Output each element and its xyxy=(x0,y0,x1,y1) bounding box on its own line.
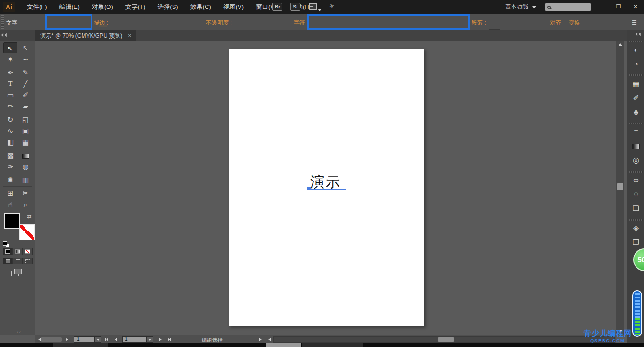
scroll-segment[interactable] xyxy=(41,337,62,342)
search-input[interactable] xyxy=(545,3,591,11)
tab-close-icon[interactable]: × xyxy=(128,33,131,39)
artboard[interactable]: 演示 xyxy=(229,49,424,326)
brushes-panel-icon[interactable]: ✐ xyxy=(627,91,644,105)
symbols-panel-icon[interactable]: ♣ xyxy=(627,106,644,119)
stroke-label[interactable]: 描边 : xyxy=(94,19,108,27)
artboard-navigation-field[interactable]: 1 xyxy=(122,336,147,343)
transparency-panel-icon[interactable]: ◎ xyxy=(627,154,644,167)
control-panel-menu-icon[interactable]: ☰ xyxy=(632,19,637,26)
appearance-panel-icon[interactable]: ◌ xyxy=(627,188,644,201)
eyedropper-tool[interactable]: ✑ xyxy=(3,161,17,172)
line-segment-tool[interactable]: ╱ xyxy=(18,78,33,89)
layers-panel-icon[interactable]: ◈ xyxy=(627,222,644,235)
menu-select[interactable]: 选择(S) xyxy=(151,0,184,14)
zoom-level-field[interactable]: 1 xyxy=(74,336,95,343)
gradient-mode-button[interactable] xyxy=(13,248,23,255)
scale-tool[interactable]: ◱ xyxy=(18,114,33,125)
pen-tool[interactable]: ✒ xyxy=(3,67,17,78)
paintbrush-tool[interactable]: ✐ xyxy=(18,90,33,100)
last-artboard-button[interactable] xyxy=(165,336,172,343)
blend-tool[interactable]: ◍ xyxy=(18,161,33,172)
stroke-color-proxy[interactable] xyxy=(19,224,35,240)
hand-tool[interactable]: ☝ xyxy=(3,199,17,210)
first-artboard-button[interactable] xyxy=(104,336,111,343)
type-tool[interactable]: T xyxy=(3,78,17,89)
vertical-scrollbar[interactable] xyxy=(616,41,624,335)
selection-tool[interactable]: ↖ xyxy=(3,42,17,53)
none-mode-button[interactable] xyxy=(23,248,33,255)
artboards-panel-icon[interactable]: ❐ xyxy=(627,236,644,249)
toolbar-collapse-dots[interactable]: ‹‹ xyxy=(17,330,22,335)
document-tab[interactable]: 演示* @ 70% (CMYK/GPU 预览) × xyxy=(35,30,136,41)
menu-view[interactable]: 视图(V) xyxy=(217,0,250,14)
lasso-tool[interactable]: ∽ xyxy=(18,54,33,65)
next-artboard-button[interactable] xyxy=(157,336,164,343)
align-panel-label[interactable]: 对齐 xyxy=(550,19,561,27)
direct-selection-tool[interactable]: ↖ xyxy=(18,42,33,53)
dock-gripper[interactable] xyxy=(629,74,643,76)
magic-wand-tool[interactable]: ✶ xyxy=(3,54,17,65)
status-popup-icon[interactable] xyxy=(257,336,264,343)
canvas-pasteboard[interactable]: 演示 xyxy=(35,41,616,335)
shape-builder-tool[interactable]: ◧ xyxy=(3,137,17,148)
menu-type[interactable]: 文字(T) xyxy=(119,0,152,14)
gradient-tool[interactable] xyxy=(18,150,33,161)
color-panel-icon[interactable]: ◐ xyxy=(627,43,644,57)
draw-behind-button[interactable] xyxy=(13,258,23,264)
vertical-scrollbar-thumb[interactable] xyxy=(617,183,623,190)
scroll-up-button[interactable] xyxy=(616,41,624,48)
workspace-switcher[interactable]: 基本功能 xyxy=(505,0,537,14)
symbol-sprayer-tool[interactable]: ✺ xyxy=(3,174,17,185)
panel-gripper[interactable] xyxy=(1,15,4,29)
dock-gripper[interactable] xyxy=(629,123,643,124)
arrange-documents-button[interactable] xyxy=(309,3,322,10)
menu-edit[interactable]: 编辑(E) xyxy=(53,0,86,14)
perspective-grid-tool[interactable]: ▦ xyxy=(18,137,33,148)
expand-panels-icon[interactable] xyxy=(636,33,642,35)
curvature-tool[interactable]: ✎ xyxy=(18,67,33,78)
gradient-panel-icon[interactable] xyxy=(627,140,644,153)
slice-tool[interactable]: ✂ xyxy=(18,188,33,198)
color-guide-panel-icon[interactable]: ◔ xyxy=(627,58,644,71)
previous-artboard-button[interactable] xyxy=(113,336,119,343)
width-tool[interactable]: ∿ xyxy=(3,125,17,136)
asset-export-panel-icon[interactable]: ❏ xyxy=(627,202,644,215)
restore-button[interactable]: ❐ xyxy=(610,0,627,14)
zoom-level-dropdown[interactable] xyxy=(95,336,101,343)
close-button[interactable]: ✕ xyxy=(627,0,644,14)
artboard-tool[interactable]: ⊞ xyxy=(3,188,17,198)
dock-gripper[interactable] xyxy=(629,219,643,221)
opacity-label[interactable]: 不透明度 : xyxy=(206,19,232,27)
swap-fill-stroke-icon[interactable]: ⇄ xyxy=(27,214,31,220)
mesh-tool[interactable]: ▩ xyxy=(3,150,17,161)
fill-color-proxy[interactable] xyxy=(4,213,20,229)
dock-gripper[interactable] xyxy=(629,41,643,42)
menu-object[interactable]: 对象(O) xyxy=(86,0,119,14)
draw-normal-button[interactable] xyxy=(3,258,13,264)
artboard-navigation-dropdown[interactable] xyxy=(147,336,153,343)
cc-libraries-panel-icon[interactable]: ∞ xyxy=(627,174,644,187)
transform-panel-label[interactable]: 变换 xyxy=(569,19,580,27)
draw-inside-button[interactable] xyxy=(23,258,33,264)
column-graph-tool[interactable]: ▥ xyxy=(18,174,33,185)
horizontal-scrollbar[interactable] xyxy=(273,336,615,343)
zoom-tool[interactable]: ⌕ xyxy=(18,199,33,210)
bridge-button[interactable]: Br xyxy=(272,3,282,11)
menu-effect[interactable]: 效果(C) xyxy=(184,0,217,14)
minimize-button[interactable]: – xyxy=(593,0,610,14)
menu-file[interactable]: 文件(F) xyxy=(21,0,53,14)
scroll-right-icon[interactable] xyxy=(64,336,70,343)
stock-button[interactable]: St xyxy=(290,3,300,11)
rectangle-tool[interactable]: ▭ xyxy=(3,90,17,100)
hscroll-left-icon[interactable] xyxy=(266,336,273,343)
default-fill-stroke-icon[interactable] xyxy=(3,241,10,248)
screen-mode-button[interactable] xyxy=(11,269,24,278)
stroke-panel-icon[interactable]: ≡ xyxy=(627,125,644,139)
tab-overflow-icon[interactable] xyxy=(2,34,8,36)
dock-gripper[interactable] xyxy=(629,171,643,173)
color-mode-button[interactable] xyxy=(3,248,13,255)
swatches-panel-icon[interactable]: ▦ xyxy=(627,77,644,91)
text-anchor-point[interactable] xyxy=(307,187,311,190)
rotate-tool[interactable]: ↻ xyxy=(3,114,17,125)
paragraph-label[interactable]: 段落 : xyxy=(471,19,486,27)
